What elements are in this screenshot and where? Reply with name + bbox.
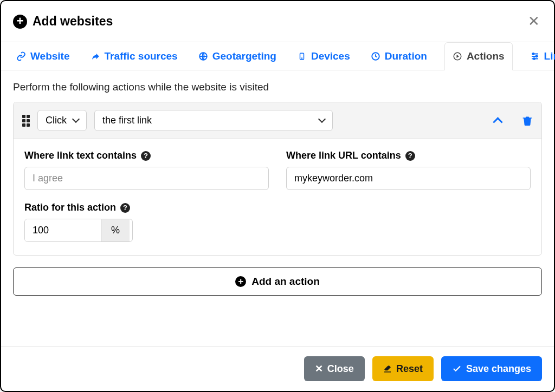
ratio-field: Ratio for this action ? % [24,202,165,242]
add-action-button[interactable]: Add an action [13,267,542,296]
field-label: Where link URL contains ? [286,150,531,161]
tab-label: Actions [467,50,505,62]
modal-title: Add websites [13,14,113,29]
chevron-down-icon [73,117,80,124]
tab-duration[interactable]: Duration [367,43,430,70]
close-label: Close [327,363,354,375]
share-icon [91,51,100,61]
link-icon [16,51,26,61]
help-icon[interactable]: ? [405,151,415,161]
tab-geotargeting[interactable]: Geotargeting [195,43,280,70]
check-icon [452,364,462,374]
reset-button[interactable]: Reset [372,356,434,381]
tab-label: Traffic sources [105,50,178,62]
action-type-select[interactable]: Click [37,110,87,131]
sliders-icon [530,51,540,61]
action-target-value: the first link [102,115,152,126]
ratio-input[interactable] [25,219,101,241]
plus-circle-icon [235,276,246,287]
clock-icon [371,51,380,61]
tab-label: Limits [544,50,555,62]
close-button[interactable]: ✕ Close [304,356,365,381]
reset-label: Reset [396,363,423,375]
field-row: Where link text contains ? Where link UR… [24,150,531,190]
action-body: Where link text contains ? Where link UR… [14,139,541,255]
tab-bar: Website Traffic sources Geotargeting Dev… [1,42,554,70]
tab-devices[interactable]: Devices [294,43,353,70]
tab-label: Duration [385,50,427,62]
tab-label: Website [30,50,70,62]
field-label: Where link text contains ? [24,150,269,161]
save-button[interactable]: Save changes [441,356,542,381]
tab-label: Geotargeting [212,50,276,62]
collapse-toggle[interactable] [492,115,504,127]
instruction-text: Perform the following actions while the … [13,81,542,93]
action-block: Click the first link Where link [13,102,542,256]
modal-title-text: Add websites [33,14,113,29]
tab-traffic-sources[interactable]: Traffic sources [87,43,181,70]
link-url-field: Where link URL contains ? [286,150,531,190]
tab-content: Perform the following actions while the … [1,70,554,346]
svg-point-7 [533,58,535,60]
action-type-value: Click [46,115,67,126]
action-target-select[interactable]: the first link [94,110,333,131]
tab-actions[interactable]: Actions [444,42,513,70]
svg-point-6 [535,55,537,57]
modal-header: Add websites ✕ [1,1,554,42]
tab-label: Devices [311,50,350,62]
plus-circle-icon [13,15,27,29]
tab-limits[interactable]: Limits [527,43,555,70]
save-label: Save changes [466,363,531,375]
svg-point-5 [532,53,534,55]
add-action-label: Add an action [251,276,320,288]
help-icon[interactable]: ? [141,151,151,161]
action-header: Click the first link [14,102,541,139]
x-icon: ✕ [315,363,323,375]
mobile-icon [297,51,307,61]
chevron-down-icon [319,117,326,124]
link-text-input[interactable] [24,167,269,190]
link-url-input[interactable] [286,167,531,190]
ratio-input-group: % [24,219,133,242]
delete-action-button[interactable] [522,115,533,127]
modal-footer: ✕ Close Reset Save changes [1,346,554,391]
add-websites-modal: Add websites ✕ Website Traffic sources G… [0,0,555,392]
ratio-suffix: % [101,219,130,241]
play-circle-icon [453,51,462,61]
tab-website[interactable]: Website [13,43,73,70]
eraser-icon [383,364,392,373]
globe-icon [198,51,208,61]
link-text-field: Where link text contains ? [24,150,269,190]
close-icon[interactable]: ✕ [526,11,542,32]
drag-handle-icon[interactable] [22,115,30,127]
field-label: Ratio for this action ? [24,202,165,213]
svg-point-2 [301,57,302,58]
help-icon[interactable]: ? [120,203,130,213]
